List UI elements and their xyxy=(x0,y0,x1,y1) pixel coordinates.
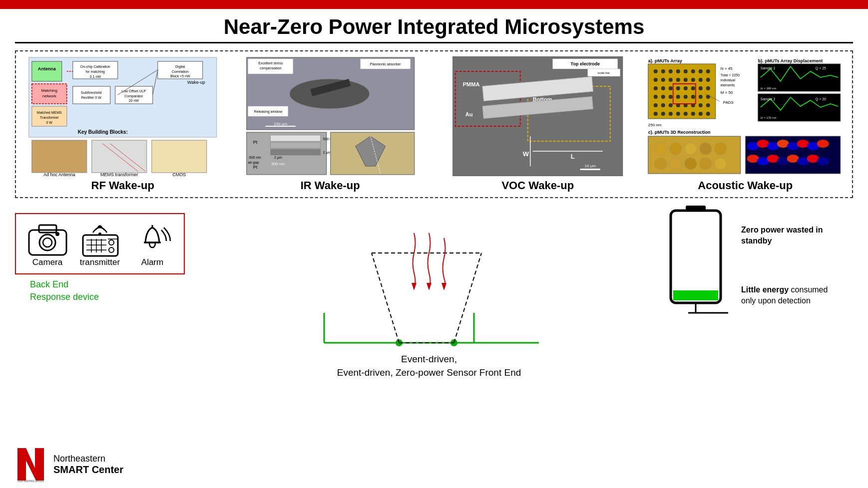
logo-area: LUX·VERITAS·VIRTUS Northeastern SMART Ce… xyxy=(15,446,123,483)
svg-text:Rectifier 0 W: Rectifier 0 W xyxy=(81,96,101,99)
svg-point-113 xyxy=(676,95,680,99)
logo-northeastern: Northeastern xyxy=(53,454,123,464)
zero-power-text: Zero power wasted in standby xyxy=(741,225,851,247)
svg-point-117 xyxy=(706,95,710,99)
acoustic-svg: a). pMUTs Array N = 45 Total = 2250 in xyxy=(644,56,848,176)
svg-text:Digital: Digital xyxy=(175,65,185,69)
svg-rect-10 xyxy=(73,86,110,104)
svg-point-183 xyxy=(39,235,55,250)
svg-text:individual: individual xyxy=(720,78,735,82)
svg-point-87 xyxy=(661,69,665,73)
svg-point-44 xyxy=(289,79,369,109)
svg-rect-182 xyxy=(39,225,56,233)
svg-point-106 xyxy=(683,86,687,90)
svg-line-204 xyxy=(454,253,481,343)
svg-text:Q = 20: Q = 20 xyxy=(815,97,826,101)
battery-wrapper xyxy=(663,203,728,318)
svg-text:W: W xyxy=(523,150,529,158)
svg-rect-34 xyxy=(152,140,207,173)
svg-point-118 xyxy=(653,103,657,107)
svg-point-94 xyxy=(653,78,657,82)
sensor-label: Event-driven, Event-driven, Zero-power S… xyxy=(337,353,521,379)
svg-text:Pt: Pt xyxy=(253,165,257,170)
rf-svg: Antenna Matching network On-chip Calibra… xyxy=(21,56,225,176)
svg-point-180 xyxy=(817,157,829,165)
alarm-device: Alarm xyxy=(131,220,174,267)
svg-point-95 xyxy=(661,78,665,82)
svg-point-96 xyxy=(668,78,672,82)
svg-text:b). pMUTs Array Displacement: b). pMUTs Array Displacement xyxy=(758,58,823,63)
acoustic-diagram: a). pMUTs Array N = 45 Total = 2250 in xyxy=(644,56,848,176)
svg-point-91 xyxy=(691,69,695,73)
svg-rect-213 xyxy=(673,213,718,288)
rf-diagram: Antenna Matching network On-chip Calibra… xyxy=(21,56,225,176)
svg-text:Antenna: Antenna xyxy=(38,66,56,71)
svg-point-98 xyxy=(683,78,687,82)
svg-rect-57 xyxy=(270,149,320,155)
svg-text:Releasing window: Releasing window xyxy=(254,110,282,114)
svg-point-102 xyxy=(653,86,657,90)
svg-point-194 xyxy=(109,240,114,245)
svg-text:PADS: PADS xyxy=(723,100,733,105)
svg-rect-1 xyxy=(32,61,62,81)
svg-text:λr ≈ 170 nm: λr ≈ 170 nm xyxy=(760,116,776,119)
svg-point-124 xyxy=(698,103,702,107)
svg-text:network: network xyxy=(42,94,57,98)
left-panel: Camera xyxy=(15,203,195,303)
svg-point-129 xyxy=(676,112,680,116)
little-energy-text: Little energy consumedonly upon detectio… xyxy=(741,284,851,307)
svg-point-88 xyxy=(668,69,672,73)
svg-point-132 xyxy=(698,112,702,116)
svg-point-100 xyxy=(698,78,702,82)
svg-point-101 xyxy=(706,78,710,82)
camera-device: Camera xyxy=(26,220,69,267)
svg-text:N = 45: N = 45 xyxy=(720,66,732,71)
top-bar xyxy=(0,0,868,9)
svg-text:Transformer: Transformer xyxy=(40,116,59,119)
svg-point-125 xyxy=(706,103,710,107)
svg-point-161 xyxy=(684,158,696,170)
ir-svg: Excellent stress compensation Plasmonic … xyxy=(229,56,433,176)
svg-point-155 xyxy=(669,143,681,155)
svg-text:Subthreshold: Subthreshold xyxy=(81,91,101,94)
svg-marker-207 xyxy=(412,283,417,290)
svg-text:Pt: Pt xyxy=(253,140,257,145)
svg-text:L: L xyxy=(571,153,575,160)
svg-text:CMOS: CMOS xyxy=(172,172,186,176)
svg-point-133 xyxy=(706,112,710,116)
voc-diagram: Top electrode PMMA Bottom electrode Au L… xyxy=(436,56,640,176)
svg-rect-85 xyxy=(648,64,715,119)
svg-point-172 xyxy=(817,140,829,148)
page-title: Near-Zero Power Integrated Microsystems xyxy=(15,9,853,43)
svg-point-128 xyxy=(668,112,672,116)
svg-point-108 xyxy=(698,86,702,90)
svg-rect-32 xyxy=(92,140,147,173)
svg-point-92 xyxy=(698,69,702,73)
svg-point-195 xyxy=(109,247,114,252)
svg-text:Wake-up: Wake-up xyxy=(187,80,205,85)
svg-text:Matching: Matching xyxy=(41,88,57,93)
svg-text:scale bar: scale bar xyxy=(598,71,610,74)
voc-wakeup-col: Top electrode PMMA Bottom electrode Au L… xyxy=(436,56,640,192)
svg-point-109 xyxy=(706,86,710,90)
svg-text:air-gap: air-gap xyxy=(248,161,259,165)
sensor-diagram-svg xyxy=(299,203,559,363)
rf-wakeup-col: Antenna Matching network On-chip Calibra… xyxy=(21,56,225,192)
battery-svg xyxy=(663,203,728,318)
svg-text:Sample 2: Sample 2 xyxy=(760,97,775,101)
svg-text:LUX·VERITAS·VIRTUS: LUX·VERITAS·VIRTUS xyxy=(18,480,44,483)
svg-rect-211 xyxy=(686,206,706,212)
svg-text:Low Offset ULP: Low Offset ULP xyxy=(121,89,146,93)
battery-annotations: Zero power wasted in standby Little ener… xyxy=(741,203,851,313)
svg-point-154 xyxy=(654,143,666,155)
svg-point-112 xyxy=(668,95,672,99)
svg-text:Top electrode: Top electrode xyxy=(571,61,600,66)
svg-point-104 xyxy=(668,86,672,90)
svg-text:for matching: for matching xyxy=(85,70,105,74)
right-panel: Zero power wasted in standby Little ener… xyxy=(663,203,853,318)
backend-label: Back EndResponse device xyxy=(30,278,195,303)
ir-wakeup-col: Excellent stress compensation Plasmonic … xyxy=(229,56,433,192)
svg-text:Comparator: Comparator xyxy=(124,94,143,98)
svg-point-90 xyxy=(683,69,687,73)
svg-point-89 xyxy=(676,69,680,73)
